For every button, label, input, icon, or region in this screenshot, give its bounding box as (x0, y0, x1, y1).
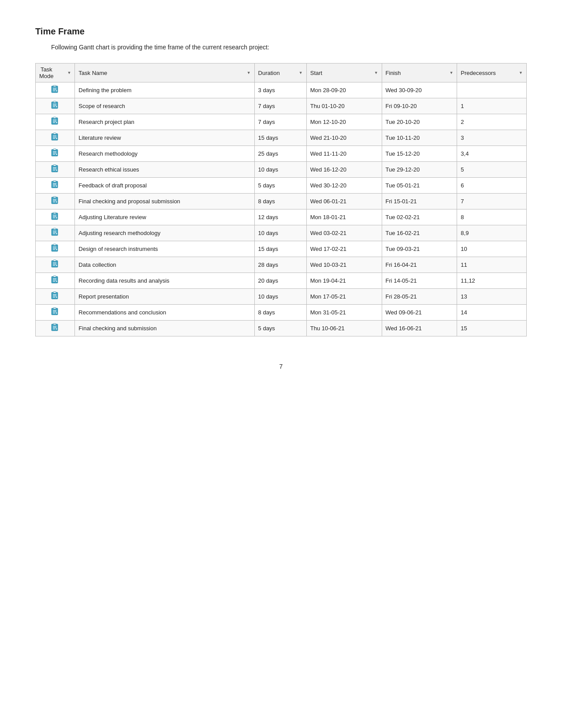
col-header-start[interactable]: Start ▼ (306, 63, 382, 82)
task-mode-icon (50, 105, 60, 111)
task-mode-icon (50, 120, 60, 127)
cell-finish: Wed 30-09-20 (382, 82, 457, 98)
svg-rect-51 (53, 244, 56, 246)
task-mode-icon (50, 247, 60, 254)
task-mode-icon (50, 136, 60, 143)
table-row: Data collection28 daysWed 10-03-21Fri 16… (36, 257, 527, 273)
svg-rect-71 (53, 308, 56, 309)
subtitle-text: Following Gantt chart is providing the t… (51, 44, 527, 51)
table-row: Adjusting Literature review12 daysMon 18… (36, 209, 527, 225)
cell-finish: Fri 16-04-21 (382, 257, 457, 273)
page-title: Time Frame (35, 26, 527, 37)
cell-start: Wed 17-02-21 (306, 241, 382, 257)
cell-duration: 3 days (254, 82, 306, 98)
cell-task-mode (36, 241, 75, 257)
cell-start: Mon 12-10-20 (306, 114, 382, 130)
cell-duration: 15 days (254, 241, 306, 257)
cell-duration: 7 days (254, 98, 306, 114)
cell-predecessors: 11 (457, 257, 527, 273)
page-number: 7 (35, 363, 527, 370)
cell-duration: 15 days (254, 130, 306, 146)
svg-rect-21 (53, 149, 56, 150)
col-header-name[interactable]: Task Name ▼ (75, 63, 254, 82)
cell-task-name: Research project plan (75, 114, 254, 130)
sort-arrow-start: ▼ (374, 71, 378, 75)
svg-rect-76 (53, 324, 56, 325)
cell-finish: Tue 10-11-20 (382, 130, 457, 146)
table-row: Final checking and submission5 daysThu 1… (36, 321, 527, 336)
cell-finish: Fri 15-01-21 (382, 194, 457, 209)
col-pred-label: Predecessors (461, 70, 495, 76)
cell-task-name: Final checking and proposal submission (75, 194, 254, 209)
cell-task-mode (36, 162, 75, 178)
cell-start: Wed 06-01-21 (306, 194, 382, 209)
cell-duration: 20 days (254, 273, 306, 289)
sort-arrow-finish: ▼ (449, 71, 453, 75)
cell-start: Thu 10-06-21 (306, 321, 382, 336)
task-mode-icon (50, 231, 60, 238)
cell-task-mode (36, 114, 75, 130)
cell-task-mode (36, 321, 75, 336)
cell-predecessors: 6 (457, 178, 527, 194)
gantt-table: TaskMode ▼ Task Name ▼ Duration ▼ Start (35, 63, 527, 336)
cell-task-name: Scope of research (75, 98, 254, 114)
cell-predecessors: 15 (457, 321, 527, 336)
cell-task-name: Adjusting Literature review (75, 209, 254, 225)
table-row: Defining the problem3 daysMon 28-09-20We… (36, 82, 527, 98)
col-header-predecessors[interactable]: Predecessors ▼ (457, 63, 527, 82)
task-mode-icon (50, 168, 60, 175)
col-duration-label: Duration (258, 70, 280, 76)
cell-task-name: Recommendations and conclusion (75, 305, 254, 321)
col-header-mode[interactable]: TaskMode ▼ (36, 63, 75, 82)
cell-start: Wed 10-03-21 (306, 257, 382, 273)
cell-task-mode (36, 305, 75, 321)
table-row: Literature review15 daysWed 21-10-20Tue … (36, 130, 527, 146)
cell-task-mode (36, 289, 75, 305)
cell-predecessors: 10 (457, 241, 527, 257)
col-start-label: Start (310, 70, 322, 76)
cell-duration: 7 days (254, 114, 306, 130)
sort-arrow-mode: ▼ (67, 71, 71, 75)
cell-predecessors: 2 (457, 114, 527, 130)
cell-finish: Tue 15-12-20 (382, 146, 457, 162)
svg-rect-56 (53, 260, 56, 261)
cell-start: Mon 19-04-21 (306, 273, 382, 289)
svg-rect-36 (53, 197, 56, 198)
table-row: Feedback of draft proposal5 daysWed 30-1… (36, 178, 527, 194)
cell-task-name: Adjusting research methodology (75, 225, 254, 241)
col-mode-label: TaskMode (39, 66, 54, 79)
cell-predecessors: 14 (457, 305, 527, 321)
task-mode-icon (50, 279, 60, 286)
cell-start: Mon 31-05-21 (306, 305, 382, 321)
col-finish-label: Finish (386, 70, 401, 76)
task-mode-icon (50, 216, 60, 222)
cell-finish: Tue 02-02-21 (382, 209, 457, 225)
table-row: Research methodology25 daysWed 11-11-20T… (36, 146, 527, 162)
table-row: Final checking and proposal submission8 … (36, 194, 527, 209)
cell-start: Mon 17-05-21 (306, 289, 382, 305)
table-row: Adjusting research methodology10 daysWed… (36, 225, 527, 241)
cell-task-mode (36, 257, 75, 273)
cell-duration: 10 days (254, 225, 306, 241)
cell-finish: Tue 29-12-20 (382, 162, 457, 178)
task-mode-icon (50, 152, 60, 159)
cell-finish: Tue 20-10-20 (382, 114, 457, 130)
cell-task-name: Final checking and submission (75, 321, 254, 336)
cell-finish: Tue 05-01-21 (382, 178, 457, 194)
table-header-row: TaskMode ▼ Task Name ▼ Duration ▼ Start (36, 63, 527, 82)
cell-task-mode (36, 273, 75, 289)
cell-task-name: Report presentation (75, 289, 254, 305)
task-mode-icon (50, 200, 60, 206)
cell-duration: 5 days (254, 178, 306, 194)
cell-duration: 12 days (254, 209, 306, 225)
col-header-duration[interactable]: Duration ▼ (254, 63, 306, 82)
col-header-finish[interactable]: Finish ▼ (382, 63, 457, 82)
cell-task-mode (36, 98, 75, 114)
table-row: Recording data results and analysis20 da… (36, 273, 527, 289)
svg-rect-66 (53, 292, 56, 293)
cell-finish: Tue 09-03-21 (382, 241, 457, 257)
cell-start: Wed 03-02-21 (306, 225, 382, 241)
cell-start: Wed 30-12-20 (306, 178, 382, 194)
cell-duration: 28 days (254, 257, 306, 273)
cell-predecessors: 13 (457, 289, 527, 305)
